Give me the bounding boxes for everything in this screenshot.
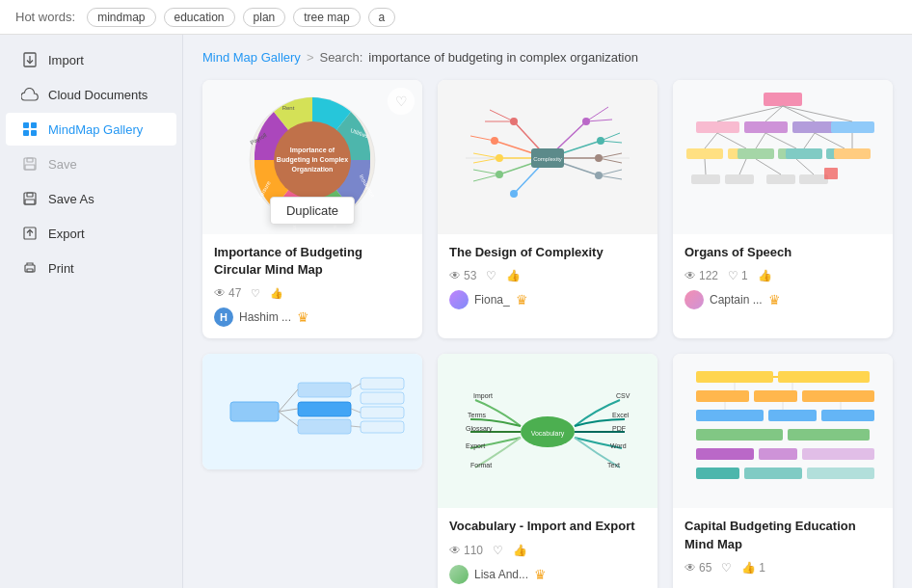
svg-line-52 <box>473 174 499 181</box>
breadcrumb: Mind Map Gallery > Search: importance of… <box>202 50 893 65</box>
like-count-2[interactable]: ♡ <box>486 269 496 282</box>
svg-rect-137 <box>744 468 802 479</box>
svg-text:Rent: Rent <box>282 105 295 111</box>
svg-text:Export: Export <box>466 442 485 450</box>
svg-rect-132 <box>788 429 870 441</box>
sidebar-item-gallery[interactable]: MindMap Gallery <box>6 113 176 146</box>
card-stats-3: 👁 122 ♡ 1 👍 <box>684 269 881 282</box>
author-name-3: Captain ... <box>710 293 763 307</box>
svg-rect-127 <box>802 390 874 402</box>
view-count-5: 👁 110 <box>449 544 483 557</box>
svg-line-89 <box>705 159 706 174</box>
svg-line-76 <box>717 133 746 148</box>
gallery-card-3[interactable]: Organs of Speech 👁 122 ♡ 1 👍 Captai <box>673 80 893 338</box>
sidebar-item-export[interactable]: Export <box>6 217 176 250</box>
breadcrumb-home[interactable]: Mind Map Gallery <box>202 50 301 65</box>
svg-rect-85 <box>834 148 871 159</box>
author-avatar-1: H <box>214 307 233 327</box>
svg-rect-126 <box>754 390 797 402</box>
like-count-3[interactable]: ♡ 1 <box>728 269 748 282</box>
card-title-5: Vocabulary - Import and Export <box>449 518 646 535</box>
save-icon <box>21 155 39 173</box>
tag-mindmap[interactable]: mindmap <box>87 8 155 27</box>
thumb-count-5[interactable]: 👍 <box>513 544 527 557</box>
tag-education[interactable]: education <box>164 8 235 27</box>
complexity-svg: Complexity <box>446 83 649 232</box>
svg-rect-8 <box>25 165 35 170</box>
sidebar-item-cloud[interactable]: Cloud Documents <box>6 78 176 111</box>
svg-rect-65 <box>696 121 739 133</box>
sidebar: Import Cloud Documents MindMap Gallery <box>0 35 183 588</box>
thumb-count-2[interactable]: 👍 <box>506 269 521 282</box>
gallery-card-1[interactable]: Importance of Budgeting in Complex Organ… <box>202 80 422 338</box>
gallery-card-4[interactable] <box>202 354 422 469</box>
thumb-count-3[interactable]: 👍 <box>758 269 772 282</box>
tag-plan[interactable]: plan <box>243 8 286 27</box>
thumb-count-1[interactable]: 👍 <box>270 287 283 300</box>
svg-rect-135 <box>802 448 874 460</box>
print-icon <box>21 259 39 277</box>
tag-treemap[interactable]: tree map <box>293 8 360 27</box>
svg-rect-128 <box>696 410 764 421</box>
svg-rect-122 <box>696 371 773 383</box>
svg-rect-100 <box>361 378 404 389</box>
svg-rect-77 <box>738 148 774 159</box>
svg-rect-6 <box>24 158 36 170</box>
svg-line-93 <box>756 159 781 174</box>
svg-rect-97 <box>298 383 351 397</box>
svg-rect-92 <box>799 174 828 184</box>
card-thumbnail-1: Importance of Budgeting in Complex Organ… <box>202 80 422 234</box>
eye-icon-5: 👁 <box>449 544 461 557</box>
card-thumbnail-6 <box>673 354 893 508</box>
svg-line-90 <box>739 159 746 174</box>
card-stats-2: 👁 53 ♡ 👍 <box>449 269 646 282</box>
svg-rect-101 <box>361 392 404 404</box>
sidebar-label-gallery: MindMap Gallery <box>48 122 143 137</box>
svg-text:Word: Word <box>610 442 627 449</box>
card-author-3: Captain ... ♛ <box>684 290 881 309</box>
view-count-3: 👁 122 <box>684 269 718 282</box>
svg-text:Glossary: Glossary <box>466 425 493 433</box>
gallery-grid: Importance of Budgeting in Complex Organ… <box>202 80 893 588</box>
gallery-card-5[interactable]: Vocabulary Import <box>438 354 657 588</box>
like-count-5[interactable]: ♡ <box>493 544 503 557</box>
svg-rect-99 <box>298 419 351 434</box>
svg-rect-87 <box>691 174 720 184</box>
card-body-3: Organs of Speech 👁 122 ♡ 1 👍 Captai <box>673 234 893 321</box>
tag-a[interactable]: a <box>368 8 396 27</box>
svg-rect-4 <box>23 130 29 136</box>
svg-text:Importance of: Importance of <box>290 147 335 154</box>
svg-rect-133 <box>696 448 754 460</box>
svg-line-39 <box>586 120 612 121</box>
gallery-card-2[interactable]: Complexity The Design of Comple <box>438 80 657 338</box>
card-heart-1[interactable]: ♡ <box>388 88 415 115</box>
gallery-card-6[interactable]: Capital Budgeting Education Mind Map 👁 6… <box>673 354 893 588</box>
svg-point-55 <box>510 118 518 125</box>
cloud-icon <box>21 86 39 103</box>
thumb-count-6[interactable]: 👍 1 <box>741 561 765 575</box>
svg-text:Text: Text <box>607 462 620 468</box>
sidebar-item-import[interactable]: Import <box>6 43 176 76</box>
eye-icon-1: 👁 <box>214 286 226 300</box>
author-avatar-2 <box>449 290 469 309</box>
svg-text:Format: Format <box>470 462 492 468</box>
svg-rect-66 <box>744 121 788 133</box>
svg-rect-7 <box>27 158 33 162</box>
svg-text:Import: Import <box>473 392 493 400</box>
sidebar-label-saveas: Save As <box>48 192 94 206</box>
svg-rect-15 <box>27 269 33 272</box>
card-thumbnail-5: Vocabulary Import <box>438 354 657 508</box>
sidebar-item-saveas[interactable]: Save As <box>6 182 176 215</box>
svg-line-49 <box>473 153 499 158</box>
duplicate-tooltip[interactable]: Duplicate <box>270 197 355 225</box>
svg-text:Budgeting in Complex: Budgeting in Complex <box>277 156 348 164</box>
sidebar-item-save[interactable]: Save <box>6 147 176 180</box>
svg-text:PDF: PDF <box>612 425 626 432</box>
svg-line-51 <box>473 170 499 174</box>
breadcrumb-separator: > <box>307 50 314 65</box>
svg-rect-96 <box>230 402 279 421</box>
content-area: Mind Map Gallery > Search: importance of… <box>183 35 912 588</box>
like-count-1[interactable]: ♡ <box>251 287 260 300</box>
sidebar-item-print[interactable]: Print <box>6 252 176 284</box>
like-count-6[interactable]: ♡ <box>721 561 732 575</box>
